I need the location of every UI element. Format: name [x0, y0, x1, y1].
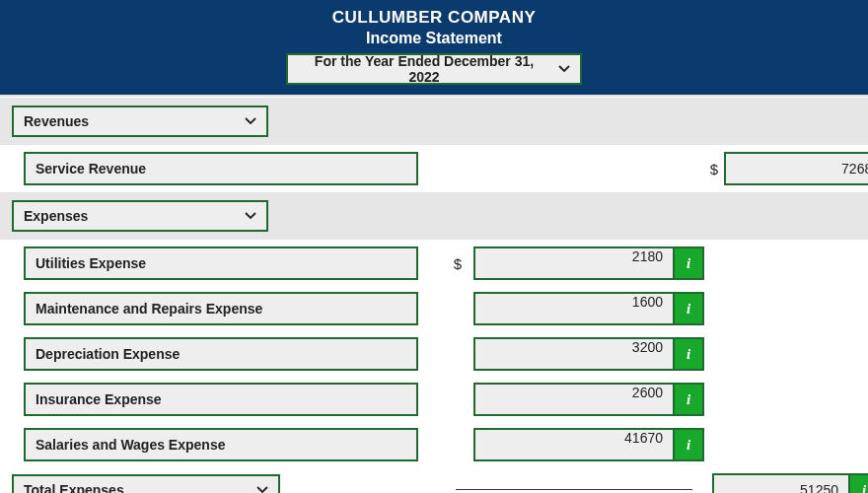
income-statement-sheet: CULLUMBER COMPANY Income Statement For t…	[0, 0, 868, 493]
info-icon[interactable]: i	[675, 246, 704, 280]
chevron-down-icon	[256, 484, 268, 493]
amount-text: 3200	[485, 339, 663, 355]
amount-input[interactable]: 41670	[473, 428, 675, 461]
expenses-select-label: Expenses	[24, 208, 88, 224]
info-icon[interactable]: i	[675, 337, 704, 371]
account-label-input[interactable]: Salaries and Wages Expense	[24, 428, 418, 461]
statement-title: Income Statement	[0, 30, 868, 47]
period-select-label: For the Year Ended December 31, 2022	[298, 53, 550, 85]
account-label-input[interactable]: Service Revenue	[24, 152, 418, 185]
account-label-text: Depreciation Expense	[36, 346, 180, 362]
amount-text: 2180	[485, 248, 663, 264]
line-total-expenses: Total Expenses 51250 i	[0, 467, 868, 493]
amount-text: 41670	[485, 430, 663, 446]
line-depreciation-expense: Depreciation Expense 3200 i	[0, 331, 868, 377]
chevron-down-icon	[245, 115, 256, 127]
info-icon[interactable]: i	[675, 428, 704, 461]
amount-input[interactable]: 2600	[473, 383, 675, 416]
statement-header: CULLUMBER COMPANY Income Statement For t…	[0, 0, 868, 97]
account-label-text: Maintenance and Repairs Expense	[36, 301, 262, 317]
info-icon[interactable]: i	[675, 383, 704, 416]
account-label-input[interactable]: Utilities Expense	[24, 246, 418, 280]
company-name: CULLUMBER COMPANY	[0, 8, 868, 28]
amount-text: 51250	[800, 482, 838, 493]
total-expenses-label: Total Expenses	[24, 482, 124, 493]
account-label-input[interactable]: Depreciation Expense	[24, 337, 418, 371]
info-icon[interactable]: i	[675, 292, 704, 325]
amount-text: 2600	[485, 385, 663, 400]
currency-symbol: $	[448, 255, 468, 272]
chevron-down-icon	[558, 63, 570, 75]
revenues-select[interactable]: Revenues	[12, 106, 268, 137]
currency-symbol: $	[704, 161, 724, 177]
revenues-select-label: Revenues	[24, 113, 89, 129]
revenues-section: Revenues	[0, 97, 868, 146]
chevron-down-icon	[245, 210, 256, 222]
amount-text: 72680	[841, 161, 868, 176]
amount-input[interactable]: 72680	[724, 152, 868, 185]
account-label-text: Service Revenue	[36, 161, 146, 176]
amount-text: 1600	[485, 294, 663, 310]
total-expenses-select[interactable]: Total Expenses	[12, 474, 280, 493]
line-insurance-expense: Insurance Expense 2600 i	[0, 377, 868, 422]
line-salaries-expense: Salaries and Wages Expense 41670 i	[0, 422, 868, 467]
info-icon[interactable]: i	[850, 473, 868, 493]
line-maintenance-expense: Maintenance and Repairs Expense 1600 i	[0, 286, 868, 331]
expenses-section: Expenses	[0, 191, 868, 241]
account-label-text: Utilities Expense	[36, 255, 146, 271]
expenses-select[interactable]: Expenses	[12, 200, 268, 232]
account-label-text: Insurance Expense	[36, 391, 162, 407]
amount-input[interactable]: 2180	[473, 246, 675, 280]
account-label-input[interactable]: Maintenance and Repairs Expense	[24, 292, 418, 325]
account-label-text: Salaries and Wages Expense	[36, 437, 225, 453]
amount-input[interactable]: 3200	[473, 337, 675, 371]
line-utilities-expense: Utilities Expense $ 2180 i	[0, 241, 868, 286]
amount-input[interactable]: 51250	[712, 473, 850, 493]
line-service-revenue: Service Revenue $ 72680	[0, 146, 868, 191]
account-label-input[interactable]: Insurance Expense	[24, 383, 418, 416]
amount-input[interactable]: 1600	[473, 292, 675, 325]
period-select[interactable]: For the Year Ended December 31, 2022	[286, 53, 582, 85]
